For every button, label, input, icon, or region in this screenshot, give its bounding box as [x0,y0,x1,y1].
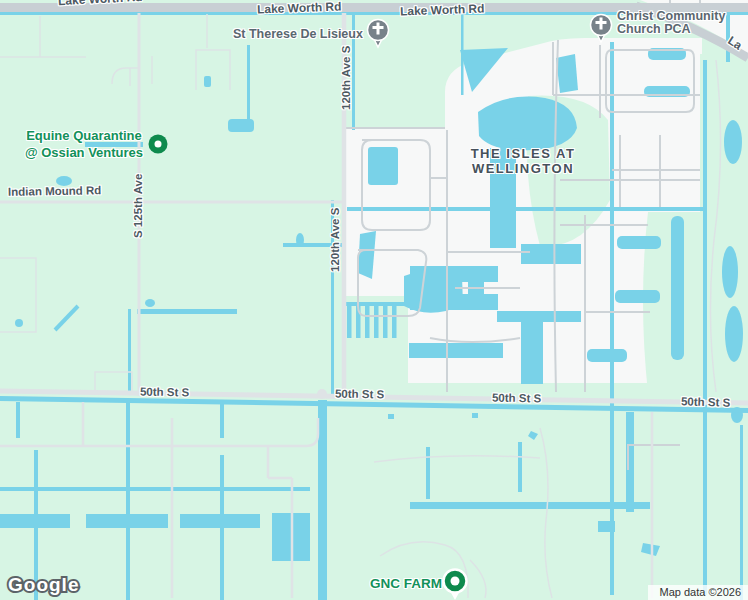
poi-label-christ-community[interactable]: Christ Community Church PCA [617,10,725,36]
road-label-50th-st-s-3: 50th St S [492,392,541,405]
poi-label-gnc-farm[interactable]: GNC FARM [370,575,442,592]
poi-label-st-therese[interactable]: St Therese De Lisieux [233,28,363,41]
equine-quarantine-marker[interactable] [149,135,168,154]
road-label-50th-st-s-4: 50th St S [681,395,731,408]
google-logo-text: Google [8,574,79,595]
road-label-indian-mound-rd: Indian Mound Rd [8,184,101,198]
poi-label-equine-quarantine[interactable]: Equine Quarantine @ Ossian Ventures [18,127,150,161]
area-label-isles-at-wellington: THE ISLES AT WELLINGTON [428,146,618,176]
poi-label-line: @ Ossian Ventures [18,144,150,161]
map-canvas[interactable] [0,0,748,600]
map-viewport[interactable]: Lake Worth Rd Lake Worth Rd Lake Worth R… [0,0,748,600]
road-label-50th-st-s-2: 50th St S [335,388,384,401]
road-label-s-125th-ave: S 125th Ave [132,174,144,238]
poi-dot-icon [155,141,162,148]
google-logo[interactable]: Google Google [8,574,79,596]
road-label-120th-ave-s-1: 120th Ave S [340,46,352,110]
area-label-line: WELLINGTON [428,161,618,176]
poi-dot-icon [451,577,460,586]
map-attribution: Map data ©2026 [648,585,748,600]
road-label-50th-st-s-1: 50th St S [140,386,189,399]
poi-label-line: Equine Quarantine [18,127,150,144]
area-label-line: THE ISLES AT [428,146,618,161]
road-label-lake-worth-rd-3: Lake Worth Rd [400,2,485,19]
road-label-120th-ave-s-2: 120th Ave S [329,208,341,272]
poi-label-line: Church PCA [617,23,725,36]
